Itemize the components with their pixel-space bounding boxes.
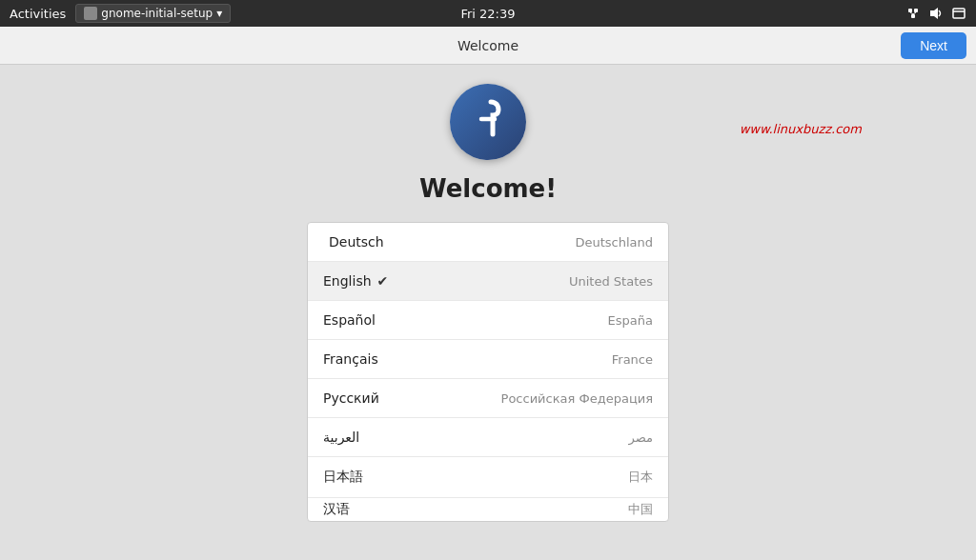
activities-button[interactable]: Activities (10, 7, 66, 21)
lang-region-russian: Российская Федерация (501, 391, 653, 406)
app-title-label: gnome-initial-setup (101, 7, 213, 20)
app-window-icon (84, 7, 97, 20)
lang-name-arabic: العربية (323, 430, 359, 445)
language-item-japanese[interactable]: 日本語 日本 (308, 457, 668, 498)
window-header: Welcome Next (0, 27, 976, 65)
lang-name-deutsch: Deutsch (323, 234, 384, 250)
svg-rect-6 (953, 9, 965, 18)
lang-region-francais: France (612, 352, 653, 367)
language-item-chinese[interactable]: 汉语 中国 (308, 498, 668, 521)
language-item-russian[interactable]: Русский Российская Федерация (308, 379, 668, 418)
volume-icon[interactable] (928, 6, 944, 21)
watermark-text: www.linuxbuzz.com (740, 122, 862, 136)
svg-marker-5 (930, 8, 938, 19)
next-button[interactable]: Next (901, 32, 966, 59)
lang-name-japanese: 日本語 (323, 469, 363, 486)
svg-rect-2 (911, 14, 915, 18)
window-title: Welcome (458, 38, 518, 53)
topbar-clock: Fri 22:39 (460, 7, 515, 21)
language-list: Deutsch Deutschland English ✔ United Sta… (307, 222, 669, 522)
svg-line-4 (913, 12, 916, 14)
topbar-left: Activities gnome-initial-setup ▾ (10, 4, 231, 23)
lang-region-arabic: مصر (629, 430, 653, 445)
svg-line-3 (910, 12, 913, 14)
selected-checkmark: ✔ (377, 273, 389, 289)
app-title-button[interactable]: gnome-initial-setup ▾ (75, 4, 231, 23)
lang-name-francais: Français (323, 351, 378, 367)
language-item-english[interactable]: English ✔ United States (308, 262, 668, 301)
network-icon[interactable] (905, 6, 921, 21)
lang-name-russian: Русский (323, 390, 379, 406)
language-item-deutsch[interactable]: Deutsch Deutschland (308, 223, 668, 262)
fedora-logo (450, 84, 526, 160)
power-icon[interactable] (951, 6, 966, 21)
lang-name-chinese: 汉语 (323, 501, 350, 518)
svg-rect-1 (914, 9, 918, 12)
language-item-francais[interactable]: Français France (308, 340, 668, 379)
language-item-arabic[interactable]: العربية مصر (308, 418, 668, 457)
lang-region-espanol: España (608, 313, 653, 328)
welcome-heading: Welcome! (419, 174, 557, 203)
svg-rect-0 (908, 9, 912, 12)
main-content: www.linuxbuzz.com Welcome! Deutsch Deuts… (0, 65, 976, 560)
language-item-espanol[interactable]: Español España (308, 301, 668, 340)
app-dropdown-icon: ▾ (216, 7, 222, 20)
lang-region-deutsch: Deutschland (575, 235, 653, 250)
topbar: Activities gnome-initial-setup ▾ Fri 22:… (0, 0, 976, 27)
lang-name-espanol: Español (323, 312, 376, 328)
lang-region-japanese: 日本 (628, 469, 653, 486)
lang-region-english: United States (569, 274, 653, 289)
lang-region-chinese: 中国 (628, 501, 653, 518)
topbar-right (905, 6, 966, 21)
lang-name-english: English ✔ (323, 273, 388, 289)
fedora-logo-letter (464, 92, 512, 151)
